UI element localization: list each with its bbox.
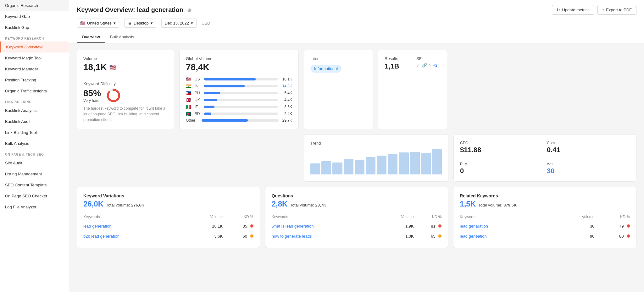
cpc-divider <box>460 158 630 158</box>
currency-label: USD <box>202 21 210 25</box>
q-header-row: 2,8K Total volume: 23,7K <box>272 200 442 208</box>
trend-bar-9 <box>410 152 420 174</box>
add-keyword-icon[interactable]: ⊕ <box>187 8 191 13</box>
rk-table: Keywords Volume KD % lead genaration 30 … <box>460 213 630 241</box>
sidebar-item-seo-content-template[interactable]: SEO Content Template <box>0 179 69 190</box>
main-content: Keyword Overview: lead generation ⊕ ↻ Up… <box>69 0 644 292</box>
sidebar-item-on-page-seo-checker[interactable]: On Page SEO Checker <box>0 190 69 201</box>
questions-card: Questions 2,8K Total volume: 23,7K Keywo… <box>265 187 448 248</box>
sidebar-item-organic-traffic-insights[interactable]: Organic Traffic Insights <box>0 85 69 96</box>
trend-bar-4 <box>355 160 364 174</box>
intent-card: Intent Informational <box>304 50 373 129</box>
keyword-link[interactable]: lead generation <box>83 224 112 229</box>
ads-section: Ads 30 <box>547 162 630 175</box>
keyword-link[interactable]: what is lead generation <box>272 224 314 229</box>
bar-bg-ph <box>204 92 278 94</box>
trend-bar-5 <box>366 157 375 174</box>
tab-bar: Overview Bulk Analysis <box>77 31 636 43</box>
related-keywords-card: Related Keywords 1,5K Total volume: 379,… <box>453 187 636 248</box>
sidebar-item-log-file-analyzer[interactable]: Log File Analyzer <box>0 201 69 212</box>
cpc-label: CPC <box>460 141 543 145</box>
sidebar-item-backlink-analytics[interactable]: Backlink Analytics <box>0 105 69 116</box>
kd-dot <box>438 234 441 238</box>
bar-fill-us <box>204 78 256 80</box>
device-filter[interactable]: 🖥 Desktop ▾ <box>124 19 156 28</box>
pla-section: PLA 0 <box>460 162 543 175</box>
kd-rating: Very hard <box>83 98 101 103</box>
country-row-it: 🇮🇹 IT 3,6K <box>186 104 292 109</box>
svg-point-1 <box>108 90 119 101</box>
export-pdf-button[interactable]: ↑ Export to PDF <box>597 5 636 15</box>
update-metrics-label: Update metrics <box>562 8 589 12</box>
flag-ph: 🇵🇭 <box>186 91 192 96</box>
bar-fill-ph <box>204 92 220 94</box>
trend-bar-6 <box>377 156 386 174</box>
keyword-link[interactable]: lead geneation <box>460 234 486 239</box>
table-row: what is lead generation 1,9K 81 <box>272 221 442 231</box>
trend-bar-3 <box>344 159 353 174</box>
device-label: Desktop <box>134 21 149 25</box>
sidebar-item-position-tracking[interactable]: Position Tracking <box>0 74 69 85</box>
sidebar-item-organic-research[interactable]: Organic Research <box>0 0 69 11</box>
trend-bar-0 <box>310 163 320 174</box>
update-metrics-button[interactable]: ↻ Update metrics <box>552 5 594 15</box>
q-table: Keywords Volume KD % what is lead genera… <box>272 213 442 241</box>
flag-icon: 🇺🇸 <box>80 21 85 25</box>
country-val-us: 18,1K <box>280 77 292 81</box>
sidebar-item-keyword-gap[interactable]: Keyword Gap <box>0 11 69 22</box>
sidebar-item-listing-management[interactable]: Listing Management <box>0 168 69 179</box>
sidebar-item-backlink-gap[interactable]: Backlink Gap <box>0 22 69 33</box>
kd-dot <box>250 234 253 238</box>
sidebar-item-link-building-tool[interactable]: Link Building Tool <box>0 127 69 138</box>
other-value: 29,7K <box>282 118 292 123</box>
other-label: Other <box>186 118 199 123</box>
q-col-kd: KD % <box>414 213 442 221</box>
cards-row-2: Trend CPC $11.88 Com. 0.41 PLA <box>77 134 636 182</box>
country-filter[interactable]: 🇺🇸 United States ▾ <box>77 19 119 28</box>
trend-bar-11 <box>432 149 442 174</box>
keyword-link[interactable]: b2b lead generation <box>83 234 119 239</box>
desktop-icon: 🖥 <box>128 21 132 25</box>
bar-bg-uk <box>204 99 278 101</box>
kd-dot <box>627 234 630 238</box>
sidebar-item-keyword-magic-tool[interactable]: Keyword Magic Tool <box>0 52 69 63</box>
q-total: Total volume: 23,7K <box>290 203 326 207</box>
country-code-ph: PH <box>195 91 202 95</box>
kd-cell: 65 <box>414 231 442 241</box>
sidebar-item-backlink-audit[interactable]: Backlink Audit <box>0 116 69 127</box>
rk-count: 1,5K <box>460 200 476 208</box>
cards-row-1: Volume 18,1K 🇺🇸 Keyword Difficulty 85% V… <box>77 50 636 129</box>
cpc-ads-grid: CPC $11.88 Com. 0.41 PLA 0 Ads 30 <box>460 141 630 175</box>
chevron-down-icon: ▾ <box>114 21 116 25</box>
volume-cell: 90 <box>553 231 594 241</box>
sidebar-section-on-page-&-tech-seo: ON PAGE & TECH SEO <box>0 149 69 157</box>
export-icon: ↑ <box>602 8 604 12</box>
sidebar-item-bulk-analysis[interactable]: Bulk Analysis <box>0 138 69 149</box>
sidebar-item-keyword-overview[interactable]: Keyword Overview <box>0 41 69 52</box>
table-row: lead generation 18,1K 85 <box>83 221 253 231</box>
q-count: 2,8K <box>272 200 288 208</box>
country-bars: 🇺🇸 US 18,1K 🇮🇳 IN 14,8K 🇵🇭 PH 5,4K 🇬🇧 UK <box>186 77 292 116</box>
keyword-link[interactable]: lead genaration <box>460 224 488 229</box>
kv-col-keywords: Keywords <box>83 213 187 221</box>
kd-percent: 85% <box>83 88 101 98</box>
tab-overview[interactable]: Overview <box>77 31 105 43</box>
sidebar-item-site-audit[interactable]: Site Audit <box>0 157 69 168</box>
sf-plus: +2 <box>433 63 437 68</box>
country-row-uk: 🇬🇧 UK 4,4K <box>186 97 292 102</box>
results-sf-row: Results 1,1B SF ☆ 🔗 ? +2 <box>385 56 441 70</box>
table-row: lead geneation 90 80 <box>460 231 630 241</box>
kd-cell: 80 <box>594 231 630 241</box>
trend-bar-7 <box>388 154 397 174</box>
pla-label: PLA <box>460 162 543 166</box>
sidebar-item-keyword-manager[interactable]: Keyword Manager <box>0 63 69 74</box>
com-value: 0.41 <box>547 146 630 154</box>
keyword-link[interactable]: how to generate leads <box>272 234 312 239</box>
bar-fill-uk <box>204 99 217 101</box>
date-filter[interactable]: Dec 13, 2022 ▾ <box>161 19 197 28</box>
trend-bar-8 <box>399 152 408 174</box>
global-volume-value: 78,4K <box>186 62 292 72</box>
tab-bulk-analysis[interactable]: Bulk Analysis <box>105 31 139 43</box>
rk-col-kd: KD % <box>594 213 630 221</box>
kv-table: Keywords Volume KD % lead generation 18,… <box>83 213 253 241</box>
